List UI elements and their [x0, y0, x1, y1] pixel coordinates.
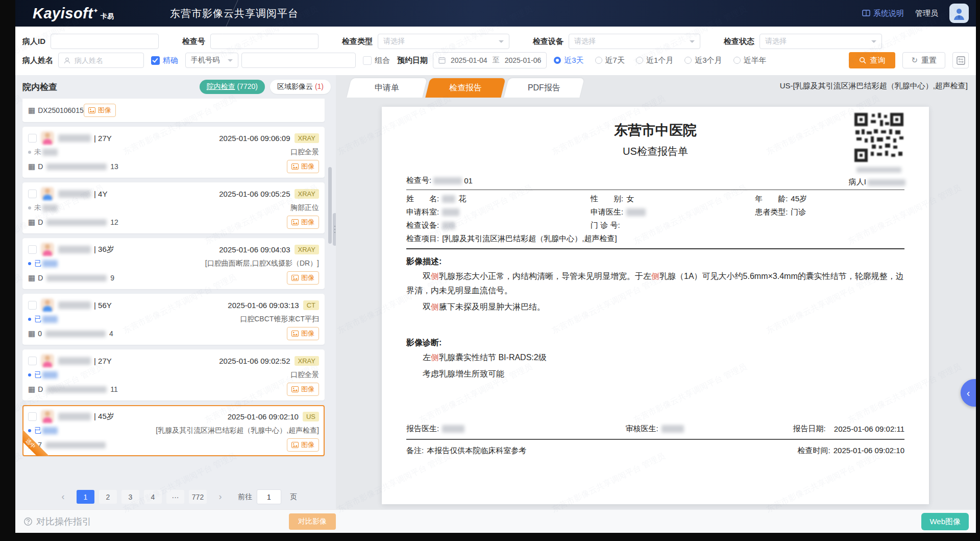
report-description-body: 双侧乳腺形态大小正常，内结构清晰，导管未见明显增宽。于左侧乳腺（1A）可见大小约…	[406, 269, 904, 314]
exam-checkbox[interactable]	[28, 245, 37, 254]
page-button-1[interactable]: 1	[77, 490, 94, 504]
image-button-label: 图像	[301, 385, 314, 394]
exam-card-row-main: | 45岁2025-01-06 09:02:10US	[28, 409, 319, 424]
image-button[interactable]: 图像	[287, 160, 319, 173]
exam-checkbox[interactable]	[28, 134, 37, 143]
exam-checkbox[interactable]	[28, 357, 37, 365]
exam-description: 口腔全景	[290, 370, 319, 380]
image-button-label: 图像	[98, 106, 111, 115]
exam-card[interactable]: | 27Y2025-01-06 09:06:09XRAY未口腔全景▦D13图像	[22, 127, 325, 178]
image-button[interactable]: 图像	[84, 104, 116, 117]
phone-input[interactable]	[241, 53, 356, 68]
filter-bar: 病人ID 检查号 检查类型 请选择 检查设备 请选择 检查状态 请选择 病人姓名…	[15, 27, 976, 77]
page-button-2[interactable]: 2	[99, 490, 117, 504]
exam-card[interactable]: | 36岁2025-01-06 09:04:03XRAY已[口腔曲面断层,口腔X…	[22, 238, 325, 289]
quick-range-label: 近7天	[605, 56, 625, 65]
exam-card[interactable]: | 45岁2025-01-06 09:02:10US已[乳腺及其引流区淋巴结彩超…	[22, 405, 325, 456]
exam-card-row-id: ▦D13图像	[28, 159, 319, 174]
quick-range-近7天[interactable]: 近7天	[595, 56, 625, 65]
selected-ribbon-label: 选中	[22, 428, 51, 456]
device-select[interactable]: 请选择	[569, 34, 700, 49]
date-range-picker[interactable]: 2025-01-04 至 2025-01-06	[433, 52, 547, 68]
quick-range-近1个月[interactable]: 近1个月	[636, 56, 673, 65]
read-status: 已	[28, 315, 58, 324]
tab-exam-report[interactable]: 检查报告	[425, 78, 505, 98]
exam-no-input[interactable]	[210, 34, 318, 49]
page-button-3[interactable]: 3	[121, 490, 139, 504]
combo-checkbox[interactable]	[363, 56, 372, 65]
exam-checkbox[interactable]	[28, 412, 37, 421]
app-window: Kayisoft✦ 卡易 东营市影像云共享调阅平台 系统说明 管理员 病人ID …	[15, 0, 976, 533]
page-button-···[interactable]: ···	[166, 490, 184, 504]
prev-page-button[interactable]: ‹	[54, 490, 72, 504]
quick-range-近3天[interactable]: 近3天	[554, 56, 583, 65]
phone-select[interactable]: 手机号码	[185, 53, 238, 68]
system-help-link[interactable]: 系统说明	[862, 9, 904, 18]
image-button[interactable]: 图像	[287, 216, 319, 229]
quick-range-近3个月[interactable]: 近3个月	[684, 56, 722, 65]
exam-description: 口腔CBCT锥形束CT平扫	[240, 315, 319, 324]
film-icon: ▦	[28, 106, 35, 115]
image-button[interactable]: 图像	[287, 438, 319, 452]
exam-card[interactable]: | 56Y2025-01-06 09:03:13CT已口腔CBCT锥形束CT平扫…	[22, 294, 325, 345]
report-patient-id: 病人I	[849, 177, 905, 187]
image-button[interactable]: 图像	[287, 271, 319, 285]
list-scrollbar[interactable]	[328, 167, 332, 244]
tab-local-exams[interactable]: 院内检查 (7720)	[200, 80, 265, 94]
quick-range-group: 近3天近7天近1个月近3个月近半年	[554, 56, 777, 65]
page-unit-label: 页	[290, 492, 297, 502]
status-select[interactable]: 请选择	[760, 34, 882, 49]
patient-avatar	[41, 131, 54, 145]
image-button[interactable]: 图像	[287, 327, 319, 340]
exam-id-suffix: 11	[110, 385, 118, 393]
exam-type-select[interactable]: 请选择	[378, 34, 509, 49]
status-dot-icon	[28, 262, 31, 265]
patient-name-redacted	[58, 413, 91, 420]
status-redacted	[42, 371, 58, 379]
modality-badge: CT	[303, 300, 319, 310]
exam-card[interactable]: | 4Y2025-01-06 09:05:25XRAY未胸部正位▦D12图像	[22, 182, 325, 233]
search-icon	[859, 57, 866, 64]
image-button[interactable]: 图像	[287, 383, 319, 396]
query-button[interactable]: 查询	[849, 52, 895, 68]
radio-icon	[684, 57, 692, 64]
reset-button[interactable]: ↻ 重置	[902, 52, 945, 68]
image-icon	[291, 386, 299, 392]
date-label: 预约日期	[397, 56, 428, 65]
exact-checkbox[interactable]	[151, 56, 160, 65]
exam-card[interactable]: | 27Y2025-01-06 09:02:52XRAY已口腔全景▦D11图像	[22, 349, 325, 401]
diagnosis-line: 左侧乳腺囊实性结节 BI-RADS:2级	[406, 350, 904, 365]
exam-id-suffix: 4	[109, 330, 113, 338]
page-button-4[interactable]: 4	[144, 490, 162, 504]
column-settings-button[interactable]	[952, 52, 969, 68]
bottom-bar: 对比操作指引 对比影像 Web图像	[15, 509, 976, 533]
web-image-button[interactable]: Web图像	[921, 513, 969, 530]
patient-age: | 56Y	[94, 301, 112, 310]
user-name[interactable]: 管理员	[915, 9, 938, 18]
exam-card-partial[interactable]: ▦DX250106015图像	[22, 99, 325, 122]
patient-name-input[interactable]	[58, 53, 144, 68]
page-button-772[interactable]: 772	[189, 490, 207, 504]
patient-id-input[interactable]	[51, 34, 159, 49]
goto-page-input[interactable]: 1	[257, 489, 281, 504]
tab-request-form[interactable]: 申请单	[347, 78, 427, 98]
quick-range-近半年[interactable]: 近半年	[733, 56, 767, 65]
exam-card-row-status: 未口腔全景	[28, 145, 319, 159]
modality-badge: XRAY	[295, 189, 319, 199]
next-page-button[interactable]: ›	[211, 490, 229, 504]
exam-id-prefix: D	[38, 218, 43, 226]
exam-time: 2025-01-06 09:02:10	[834, 446, 904, 456]
patient-info-grid: 姓 名:花 性 别:女 年 龄:45岁 申请科室: 申请医生: 患者类型:门诊 …	[406, 194, 904, 244]
compare-guide-link[interactable]: 对比操作指引	[23, 515, 91, 528]
image-button-label: 图像	[301, 218, 314, 227]
exam-checkbox[interactable]	[28, 190, 37, 198]
modality-badge: XRAY	[295, 133, 319, 143]
tab-pdf-report[interactable]: PDF报告	[504, 78, 584, 98]
compare-images-button[interactable]: 对比影像	[289, 513, 336, 530]
patient-age: | 45岁	[94, 412, 114, 421]
tab-region-cloud[interactable]: 区域影像云 (1)	[270, 80, 331, 94]
user-avatar[interactable]	[949, 4, 969, 23]
report-document: 病人I 东营市中医院 US检查报告单 检查号: 01 姓 名:花 性 别:女 年…	[382, 107, 929, 504]
device-label: 检查设备	[533, 37, 564, 46]
exam-checkbox[interactable]	[28, 301, 37, 310]
